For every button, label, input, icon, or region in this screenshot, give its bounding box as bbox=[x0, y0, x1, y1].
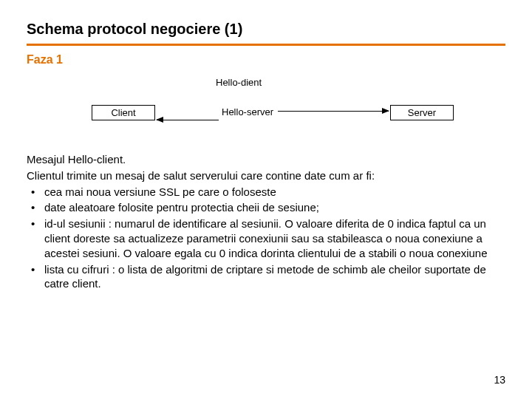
list-item: id-ul sesiunii : numarul de identificare… bbox=[27, 216, 505, 260]
arrow-to-client-icon bbox=[157, 120, 219, 120]
message-intro: Clientul trimite un mesaj de salut serve… bbox=[27, 168, 505, 183]
arrow-to-server-icon bbox=[278, 111, 389, 112]
message-title: Mesajul Hello-client. bbox=[27, 152, 505, 167]
list-item: lista cu cifruri : o lista de algoritmi … bbox=[27, 262, 505, 292]
client-box: Client bbox=[92, 105, 155, 120]
phase-label: Faza 1 bbox=[27, 53, 505, 66]
msg-hello-client-label: Hello-dient bbox=[216, 77, 262, 88]
title-divider bbox=[27, 44, 505, 46]
bullet-list: cea mai noua versiune SSL pe care o folo… bbox=[27, 185, 505, 292]
list-item: date aleatoare folosite pentru protectia… bbox=[27, 200, 505, 215]
server-box: Server bbox=[390, 105, 454, 120]
msg-hello-server-label: Hello-server bbox=[222, 106, 273, 117]
slide-title: Schema protocol negociere (1) bbox=[27, 21, 505, 38]
body-text: Mesajul Hello-client. Clientul trimite u… bbox=[27, 152, 505, 291]
page-number: 13 bbox=[494, 374, 505, 386]
protocol-diagram: Hello-dient Client Hello-server Server bbox=[30, 77, 502, 139]
list-item: cea mai noua versiune SSL pe care o folo… bbox=[27, 185, 505, 200]
